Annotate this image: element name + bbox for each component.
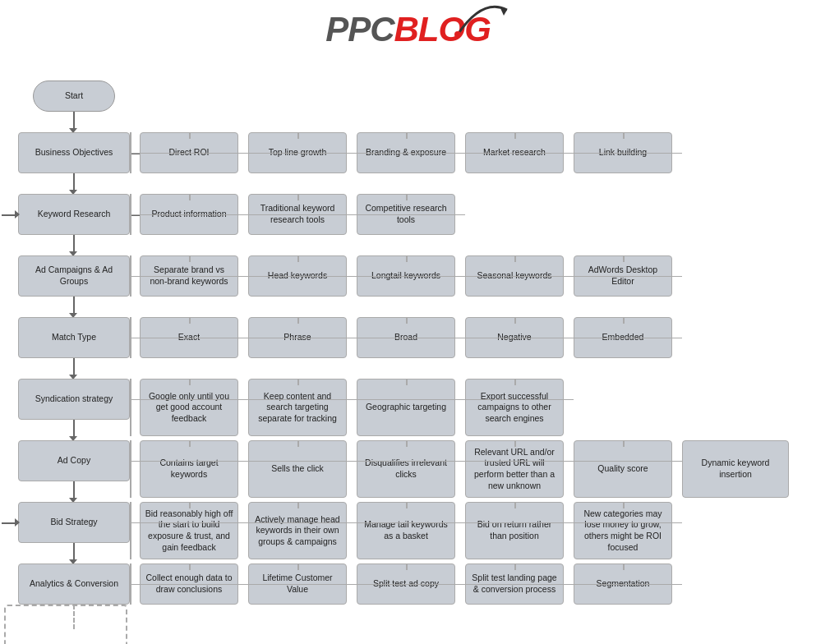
bid-strategy-box: Bid Strategy — [18, 502, 130, 543]
svg-point-1 — [454, 31, 461, 38]
disqualifies-box: Disqualifies irrelevant clicks — [357, 440, 455, 498]
new-categories-box: New categories may lose money to grow, o… — [574, 502, 672, 559]
sells-click-box: Sells the click — [248, 440, 347, 498]
syndication-box: Syndication strategy — [18, 379, 130, 420]
bid-return-box: Bid on return rather than position — [465, 502, 564, 559]
bid-high-box: Bid reasonably high off the start to bui… — [140, 502, 238, 559]
header: PPCBLOG — [0, 0, 816, 56]
logo: PPCBLOG — [325, 10, 491, 49]
keep-content-box: Keep content and search targeting separa… — [248, 379, 347, 436]
business-objectives-box: Business Objectives — [18, 132, 130, 173]
relevant-url-box: Relevant URL and/or trusted URL will per… — [465, 440, 564, 498]
ad-copy-box: Ad Copy — [18, 440, 130, 481]
keyword-research-box: Keyword Research — [18, 194, 130, 235]
diagram: Start Business Objectives Keyword Resear… — [0, 56, 816, 644]
google-only-box: Google only until you get good account f… — [140, 379, 238, 436]
ad-campaigns-box: Ad Campaigns & Ad Groups — [18, 255, 130, 297]
start-box: Start — [33, 80, 115, 112]
geographic-box: Geographic targeting — [357, 379, 455, 436]
contains-target-box: Contains target keywords — [140, 440, 238, 498]
manage-tail-box: Manage tail keywords as a basket — [357, 502, 455, 559]
dynamic-kw-box: Dynamic keyword insertion — [682, 440, 789, 498]
match-type-box: Match Type — [18, 317, 130, 358]
export-successful-box: Export successful campaigns to other sea… — [465, 379, 564, 436]
quality-score-box: Quality score — [574, 440, 672, 498]
manage-head-box: Actively manage head keywords in their o… — [248, 502, 347, 559]
analytics-box: Analytics & Conversion — [18, 564, 130, 605]
page-wrapper: PPCBLOG Start Business Objectives Keywor… — [0, 0, 816, 644]
